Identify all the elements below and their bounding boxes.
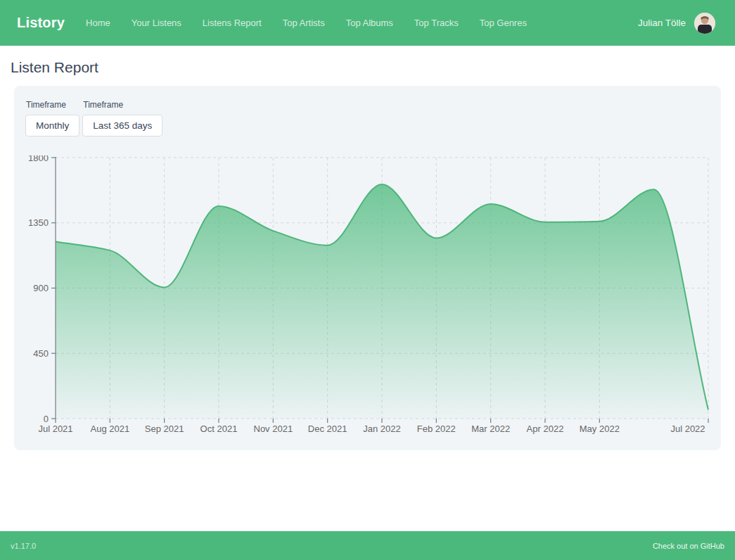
user-name: Julian Tölle [638,18,686,28]
main-nav: Home Your Listens Listens Report Top Art… [86,18,527,28]
x-tick-label: Jan 2022 [363,424,401,434]
x-tick-label: Jul 2022 [670,424,705,434]
listens-area-chart[interactable]: 045090013501800Jul 2021Aug 2021Sep 2021O… [25,155,710,437]
nav-item-listens-report[interactable]: Listens Report [203,18,262,28]
x-tick-label: Sep 2021 [145,424,184,434]
area-fill [56,184,708,419]
timeframe-unit-group: Timeframe Monthly [25,100,79,136]
timeframe-unit-label: Timeframe [26,100,79,110]
x-tick-label: May 2022 [580,424,620,434]
app-version: v1.17.0 [11,542,36,550]
x-tick-label: Nov 2021 [254,424,293,434]
nav-item-top-artists[interactable]: Top Artists [283,18,325,28]
timeframe-range-label: Timeframe [83,100,162,110]
nav-item-top-tracks[interactable]: Top Tracks [414,18,459,28]
x-tick-label: Apr 2022 [527,424,564,434]
x-tick-label: Jul 2021 [38,424,72,434]
nav-item-top-albums[interactable]: Top Albums [346,18,393,28]
report-card: Timeframe Monthly Timeframe Last 365 day… [14,86,721,450]
x-tick-label: Feb 2022 [417,424,456,434]
footer: v1.17.0 Check out on GitHub [0,531,735,560]
user-menu[interactable]: Julian Tölle [638,13,715,34]
nav-item-top-genres[interactable]: Top Genres [480,18,527,28]
y-tick-label: 900 [33,283,49,293]
y-tick-label: 450 [33,348,49,359]
brand-logo[interactable]: Listory [17,15,65,31]
timeframe-range-select[interactable]: Last 365 days [82,115,162,136]
nav-item-your-listens[interactable]: Your Listens [132,18,181,28]
user-avatar[interactable] [694,13,715,34]
y-tick-label: 0 [44,414,49,424]
avatar-photo [694,13,715,34]
navbar: Listory Home Your Listens Listens Report… [0,0,735,46]
timeframe-range-group: Timeframe Last 365 days [82,100,162,136]
x-tick-label: Mar 2022 [471,424,510,434]
x-tick-label: Aug 2021 [90,424,129,434]
timeframe-unit-select[interactable]: Monthly [25,115,79,136]
timeframe-controls: Timeframe Monthly Timeframe Last 365 day… [25,100,710,136]
nav-item-home[interactable]: Home [86,18,110,28]
x-tick-label: Dec 2021 [308,424,347,434]
page-title: Listen Report [11,59,735,76]
x-tick-label: Oct 2021 [200,424,238,434]
y-tick-label: 1800 [28,155,49,163]
y-tick-label: 1350 [28,217,49,228]
github-link[interactable]: Check out on GitHub [653,542,724,550]
